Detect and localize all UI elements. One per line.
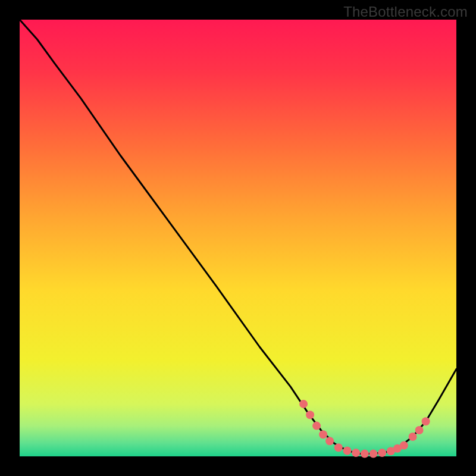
bottleneck-curve-chart bbox=[0, 0, 476, 476]
curve-marker bbox=[352, 449, 360, 457]
curve-marker bbox=[369, 450, 378, 458]
curve-marker bbox=[299, 400, 308, 408]
attribution-text: TheBottleneck.com bbox=[343, 4, 468, 20]
curve-marker bbox=[312, 422, 321, 430]
curve-marker bbox=[306, 411, 314, 419]
curve-marker bbox=[325, 437, 334, 445]
curve-marker bbox=[422, 417, 430, 425]
curve-marker bbox=[378, 449, 386, 457]
curve-marker bbox=[415, 426, 424, 434]
curve-marker bbox=[319, 430, 327, 439]
curve-marker bbox=[343, 447, 352, 455]
curve-marker bbox=[409, 433, 417, 441]
curve-marker bbox=[334, 443, 343, 452]
curve-marker bbox=[400, 441, 408, 450]
chart-root: TheBottleneck.com bbox=[0, 0, 476, 476]
plot-background bbox=[20, 20, 456, 456]
curve-marker bbox=[361, 450, 369, 458]
